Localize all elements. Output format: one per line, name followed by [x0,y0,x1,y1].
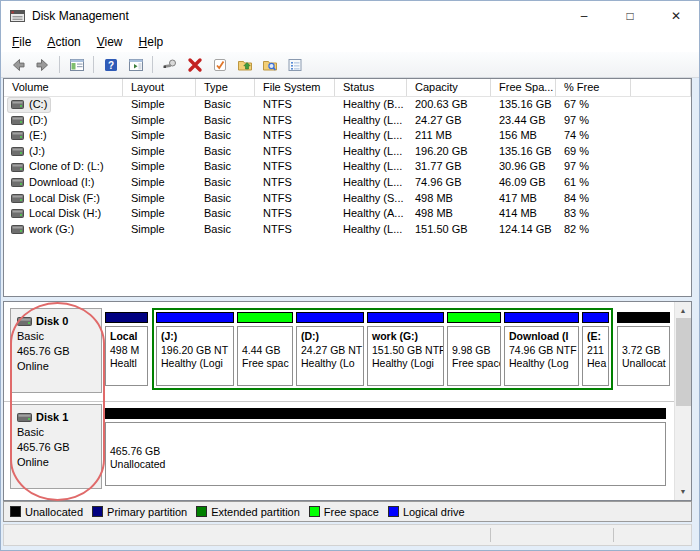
scrollbar-thumb[interactable] [676,318,691,406]
partition-label-box: 465.76 GB Unallocated [105,422,666,486]
folder-search-icon[interactable] [258,54,281,75]
menu-file[interactable]: File [4,33,39,51]
partition[interactable]: Local 498 M Healtl [105,312,148,386]
column-header[interactable]: Type [196,79,255,96]
filler-cell [631,191,691,207]
disk-header[interactable]: Disk 1 Basic 465.76 GB Online [10,404,102,489]
disk-type: Basic [17,329,101,344]
partition[interactable]: (D:) 24.27 GB NT Healthy (Lo [296,312,364,386]
toolbar: ? [1,52,699,78]
table-row[interactable]: (E:) Simple Basic NTFS Healthy (L... 211… [4,128,691,144]
show-action-pane-icon[interactable] [124,54,147,75]
column-header[interactable]: Capacity [407,79,491,96]
partition-name [242,330,290,344]
filler-cell [631,159,691,175]
menu-view[interactable]: View [89,33,131,51]
column-header[interactable]: Layout [123,79,196,96]
volume-cell: Clone of D: (L:) [8,160,107,174]
delete-volume-icon[interactable] [183,54,206,75]
free-space-cell: 135.16 GB [491,97,556,113]
file-system-cell: NTFS [255,144,335,160]
attach-wand-icon[interactable] [158,54,181,75]
folder-up-icon[interactable] [233,54,256,75]
partition-name: Local [110,330,145,344]
partition-status: Free spac [242,357,290,371]
free-space-cell: 46.09 GB [491,175,556,191]
percent-free-cell: 97 % [556,159,631,175]
table-row[interactable]: work (G:) Simple Basic NTFS Healthy (L..… [4,222,691,238]
partition-size: 3.72 GB [622,344,667,358]
free-space-cell: 124.14 GB [491,222,556,238]
menu-help[interactable]: Help [131,33,172,51]
show-console-tree-icon[interactable] [65,54,88,75]
legend-color-swatch [10,506,21,517]
drive-icon [11,116,24,125]
table-row[interactable]: (J:) Simple Basic NTFS Healthy (L... 196… [4,144,691,160]
disk-partition-strip: 465.76 GB Unallocated [105,404,666,489]
free-space-cell: 417 MB [491,191,556,207]
menu-action[interactable]: Action [39,33,88,51]
layout-cell: Simple [123,175,196,191]
percent-free-cell: 83 % [556,206,631,222]
volume-cell: (E:) [8,129,50,143]
partition-name: (J:) [161,330,231,344]
partition[interactable]: 9.98 GB Free space [447,312,501,386]
partition-status: Free space [452,357,498,371]
help-icon[interactable]: ? [99,54,122,75]
filler-cell [631,206,691,222]
legend-label: Unallocated [25,506,83,518]
partition-status: Healthy (Logi [372,357,441,371]
scroll-down-icon[interactable]: ▼ [675,484,691,499]
partition-status: Unallocated [110,458,663,472]
partition-color-bar [105,408,666,419]
close-button[interactable]: ✕ [653,1,699,31]
type-cell: Basic [196,144,255,160]
table-row[interactable]: Clone of D: (L:) Simple Basic NTFS Healt… [4,159,691,175]
percent-free-cell: 69 % [556,144,631,160]
partition[interactable]: Download (I 74.96 GB NTF Healthy (Log [504,312,579,386]
column-header[interactable]: Volume [4,79,123,96]
drive-icon [11,178,24,187]
back-icon[interactable] [6,54,29,75]
partition[interactable]: (E: 211 Hea [582,312,609,386]
properties-icon[interactable] [283,54,306,75]
partition[interactable]: work (G:) 151.50 GB NTF Healthy (Logi [367,312,444,386]
partition-label-box: Download (I 74.96 GB NTF Healthy (Log [504,326,579,386]
partition[interactable]: 3.72 GB Unallocat [617,312,670,386]
check-document-icon[interactable] [208,54,231,75]
scroll-up-icon[interactable]: ▲ [675,303,691,318]
disk-header[interactable]: Disk 0 Basic 465.76 GB Online [10,308,102,393]
column-header[interactable]: Free Spa... [491,79,556,96]
maximize-button[interactable]: □ [607,1,653,31]
disk-status: Online [17,359,101,374]
column-header[interactable]: % Free [556,79,631,96]
forward-icon[interactable] [31,54,54,75]
disk-status: Online [17,455,101,470]
legend-label: Logical drive [403,506,465,518]
table-row[interactable]: Download (I:) Simple Basic NTFS Healthy … [4,175,691,191]
column-header[interactable]: Status [335,79,407,96]
table-row[interactable]: (C:) Simple Basic NTFS Healthy (B... 200… [4,97,691,113]
partition[interactable]: 465.76 GB Unallocated [105,408,666,486]
partition[interactable]: 4.44 GB Free spac [237,312,293,386]
partition[interactable]: (J:) 196.20 GB NT Healthy (Logi [156,312,234,386]
legend-item: Extended partition [196,506,300,518]
disk-row: Disk 0 Basic 465.76 GB Online Local 498 … [4,308,670,393]
free-space-cell: 156 MB [491,128,556,144]
table-row[interactable]: (D:) Simple Basic NTFS Healthy (L... 24.… [4,113,691,129]
volume-label: Local Disk (H:) [29,206,101,222]
column-header[interactable]: File System [255,79,335,96]
legend-color-swatch [388,506,399,517]
disk-pane-scrollbar[interactable]: ▲ ▼ [674,302,691,500]
legend-label: Extended partition [211,506,300,518]
layout-cell: Simple [123,113,196,129]
partition-status: Healthy (Logi [161,357,231,371]
partition-label-box: work (G:) 151.50 GB NTF Healthy (Logi [367,326,444,386]
table-row[interactable]: Local Disk (H:) Simple Basic NTFS Health… [4,206,691,222]
minimize-button[interactable]: – [561,1,607,31]
volume-cell: (D:) [8,113,50,127]
type-cell: Basic [196,222,255,238]
toolbar-separator [93,56,94,73]
table-row[interactable]: Local Disk (F:) Simple Basic NTFS Health… [4,191,691,207]
legend-label: Primary partition [107,506,187,518]
